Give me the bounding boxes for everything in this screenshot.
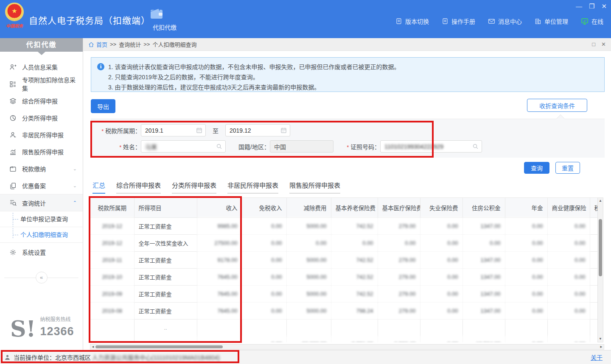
tab-comprehensive[interactable]: 综合所得申报表 [116, 181, 161, 194]
table-cell [590, 302, 597, 319]
table-cell: 7645.00 [197, 285, 242, 302]
reset-button[interactable]: 重置 [555, 162, 580, 174]
search-icon[interactable] [472, 143, 479, 150]
query-panel: 税款所属期： 至 姓名： [91, 119, 605, 158]
table-cell: 60,000.00 [286, 336, 331, 342]
id-number-label: 证照号码： [334, 142, 380, 151]
table-cell: 279.00 [378, 302, 420, 319]
table-cell: 0.00 [505, 302, 547, 319]
table-row[interactable]: 2019-08正常工资薪金7645.000.005000.00798.24279… [90, 302, 597, 319]
table-cell: 0.00 [547, 251, 590, 268]
collapse-query-button[interactable]: 收折查询条件 [527, 99, 587, 112]
table-cell: 7645.00 [197, 302, 242, 319]
vertical-scrollbar[interactable]: ▲ ▼ [597, 197, 603, 342]
menu-unit-management[interactable]: 单位管理 [535, 17, 568, 25]
menu-version-switch[interactable]: 版本切换 [395, 17, 429, 25]
sidebar-item-comprehensive-income[interactable]: 综合所得申报 [0, 92, 83, 109]
table-row[interactable]: 2019-12全年一次性奖金收入27500.000.000.000.000.00… [90, 234, 597, 251]
export-button[interactable]: 导出 [91, 99, 115, 113]
panel-close-icon[interactable]: ✕ [601, 41, 606, 47]
sidebar-item-system-settings[interactable]: 系统设置 [0, 244, 83, 261]
restore-icon[interactable]: ❐ [589, 3, 594, 10]
table-cell: 0.00 [505, 336, 547, 342]
menu-label: 消息中心 [498, 17, 522, 25]
tab-summary[interactable]: 汇总 [92, 181, 105, 194]
id-number-field[interactable] [380, 140, 482, 153]
table-cell: 2,960.40 [378, 336, 420, 342]
scroll-up-icon[interactable]: ▲ [598, 198, 603, 203]
table-cell: 9178.00 [197, 251, 242, 268]
table-cell: 0.00 [242, 251, 286, 268]
vertical-scroll-thumb[interactable] [599, 219, 602, 276]
calendar-icon[interactable] [196, 127, 202, 133]
horizontal-scroll-thumb[interactable] [95, 345, 223, 348]
table-row[interactable]: 2019-09正常工资薪金7645.000.005000.00742.52279… [90, 285, 597, 302]
period-to-field[interactable] [225, 124, 290, 136]
tab-restricted-stock[interactable]: 限售股所得申报表 [289, 181, 340, 194]
table-cell: 0.00 [547, 234, 590, 251]
sidebar-subitem-unit-record-query[interactable]: 单位申报记录查询 [0, 211, 83, 227]
pie-chart-icon [9, 114, 17, 122]
hotline-logo-icon: S! [10, 320, 36, 338]
close-icon[interactable]: ✕ [601, 3, 607, 10]
breadcrumb-item[interactable]: 查询统计 [119, 40, 141, 48]
person-icon [9, 131, 17, 139]
sidebar-item-special-deduction[interactable]: 专项附加扣除信息采集 [0, 75, 83, 92]
scroll-down-icon[interactable]: ▼ [598, 336, 603, 342]
sidebar-item-personnel-info[interactable]: 人员信息采集 [0, 58, 83, 75]
search-button[interactable]: 查询 [524, 162, 549, 174]
notice-line-1: 1. 该查询统计表仅能查询已申报成功的数据，不包含未申报、申报失败，已申报但已作… [108, 62, 598, 72]
table-cell [197, 319, 242, 336]
table-cell: .. [134, 319, 197, 336]
scroll-right-icon[interactable]: ► [600, 345, 603, 349]
table-cell: 0.00 [378, 234, 420, 251]
nav-tab-withholding[interactable]: 代扣代缴 [149, 8, 180, 31]
search-icon[interactable] [216, 143, 222, 150]
id-number-input[interactable] [381, 143, 482, 150]
name-input[interactable] [141, 143, 225, 150]
sidebar-collapse-button[interactable]: « [36, 272, 48, 283]
menu-label: 单位管理 [544, 17, 568, 25]
table-cell [420, 319, 462, 336]
table-cell: 5000.00 [286, 302, 331, 319]
table-total-row[interactable]: ----161,743.000.0060,000.008,991.362,960… [90, 336, 597, 342]
sidebar-item-restricted-stock[interactable]: 限售股所得申报 [0, 143, 83, 160]
name-field[interactable] [141, 140, 226, 153]
table-cell: 0.00 [547, 302, 590, 319]
document-icon [395, 18, 402, 25]
sidebar-item-label: 综合所得申报 [22, 97, 58, 105]
table-row[interactable]: 2019-11正常工资薪金9178.000.005000.00742.52279… [90, 251, 597, 268]
sidebar-item-preferential-filing[interactable]: 优惠备案 ⌄ [0, 177, 83, 194]
tab-nonresident[interactable]: 非居民所得申报表 [227, 181, 278, 194]
calendar-icon[interactable] [280, 127, 287, 133]
status-bar: 当前操作单位：北京市西城区人力资源公共服务中心(1111010219MA01B4… [0, 350, 611, 364]
nationality-input [270, 143, 333, 150]
about-link[interactable]: 关于 [591, 353, 603, 361]
period-from-field[interactable] [141, 124, 206, 136]
sidebar-item-tax-payment[interactable]: 税款缴纳 ⌄ [0, 160, 83, 177]
chevron-up-icon: ⌃ [73, 200, 77, 206]
user-icon [4, 354, 11, 361]
sidebar-item-classified-income[interactable]: 分类所得申报 [0, 109, 83, 126]
table-cell [242, 319, 286, 336]
menu-manual[interactable]: 操作手册 [442, 17, 475, 25]
table-row[interactable]: 2019-10正常工资薪金7645.000.005000.00742.52279… [90, 268, 597, 285]
menu-message-center[interactable]: 消息中心 [488, 17, 522, 25]
table-cell [590, 268, 597, 285]
table-row[interactable]: .. [90, 319, 597, 336]
sidebar-item-query-statistics[interactable]: 查询统计 ⌃ [0, 194, 83, 211]
horizontal-scrollbar[interactable]: ◄ ► [90, 344, 604, 350]
table-column-header: 税款所属期 [90, 198, 134, 217]
scroll-left-icon[interactable]: ◄ [91, 345, 95, 349]
sidebar-item-nonresident-income[interactable]: 非居民所得申报 [0, 126, 83, 143]
sidebar-subitem-personal-detail-query[interactable]: 个人扣缴明细查询 [0, 227, 83, 242]
online-status: 在线 [581, 17, 603, 25]
minimize-icon[interactable]: — [576, 3, 582, 10]
tab-classified[interactable]: 分类所得申报表 [172, 181, 216, 194]
table-column-header: 年金 [505, 198, 547, 217]
breadcrumb-home[interactable]: 首页 [88, 40, 107, 48]
table-row[interactable]: 2019-12正常工资薪金9985.000.005000.00742.52279… [90, 217, 597, 234]
table-cell: 0.00 [242, 217, 286, 234]
panel-maximize-icon[interactable]: □ [592, 41, 595, 47]
logo-caption: 中国税务 [3, 22, 25, 29]
